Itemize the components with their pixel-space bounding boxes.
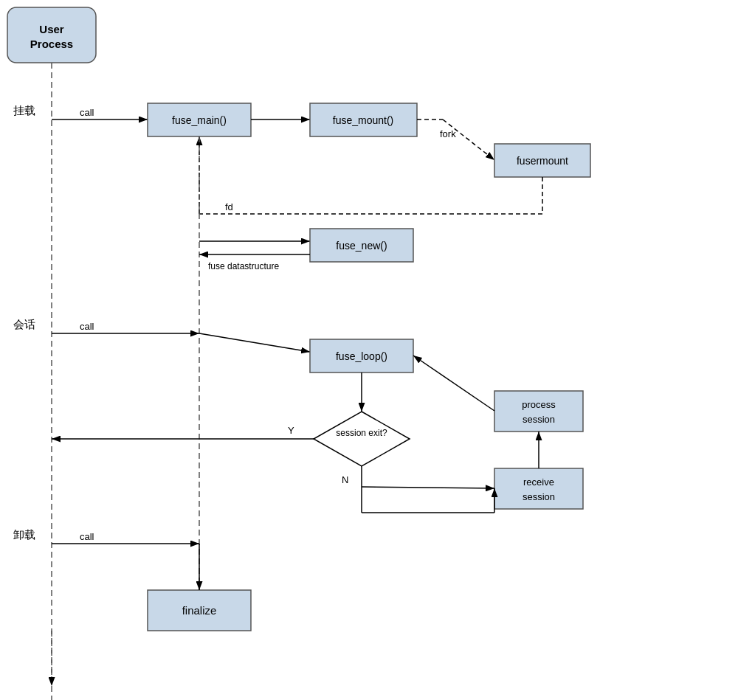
svg-text:session: session [523,414,555,425]
svg-text:session exit?: session exit? [336,428,387,438]
svg-text:call: call [80,321,94,332]
svg-text:N: N [342,474,348,485]
diagram-container: User Process 挂载 call fuse_main() fuse_mo… [0,0,738,700]
diagram-svg: User Process 挂载 call fuse_main() fuse_mo… [0,0,738,700]
svg-text:挂载: 挂载 [13,104,35,117]
svg-text:session: session [523,491,555,502]
svg-text:process: process [522,399,556,410]
svg-line-45 [362,487,494,488]
svg-text:fuse_new(): fuse_new() [336,240,387,252]
svg-text:finalize: finalize [182,604,217,617]
svg-text:fuse_loop(): fuse_loop() [336,350,387,362]
svg-text:User: User [39,23,64,35]
svg-text:fork: fork [440,128,456,139]
svg-text:call: call [80,531,94,542]
svg-text:Y: Y [288,425,294,436]
svg-rect-46 [494,391,583,432]
svg-text:fuse datastructure: fuse datastructure [208,261,279,271]
svg-text:Process: Process [30,38,73,50]
svg-line-32 [199,333,310,352]
svg-text:fusermount: fusermount [517,155,568,167]
svg-text:call: call [80,107,94,118]
svg-line-15 [443,119,494,160]
svg-text:卸载: 卸载 [13,528,35,541]
svg-line-50 [413,356,494,411]
svg-text:会话: 会话 [13,318,35,330]
svg-text:receive: receive [523,477,554,488]
svg-text:fuse_mount(): fuse_mount() [333,114,393,126]
svg-rect-42 [494,468,583,509]
svg-text:fuse_main(): fuse_main() [172,114,227,126]
svg-text:fd: fd [225,201,233,212]
svg-marker-36 [314,412,410,466]
